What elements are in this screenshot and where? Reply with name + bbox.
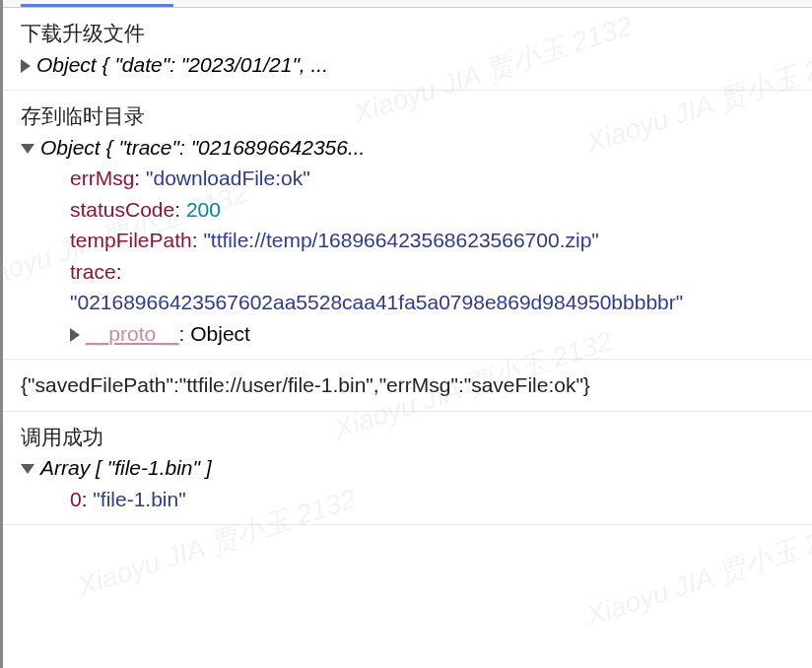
console-output: 下载升级文件 Object { "date": "2023/01/21", ..… [3,8,812,525]
property-row[interactable]: errMsg: "downloadFile:ok" [70,163,804,194]
log-message: 存到临时目录 [21,100,804,132]
colon: : [116,260,122,283]
log-message: {"savedFilePath":"ttfile://user/file-1.b… [21,369,804,401]
panel-top-border [3,0,812,8]
proto-key: __proto__ [86,322,179,345]
property-row[interactable]: tempFilePath: "ttfile://temp/16896642356… [70,225,804,256]
object-summary: Object { "trace": "0216896642356... [40,132,365,164]
colon: : [134,167,146,189]
console-group: 存到临时目录 Object { "trace": "0216896642356.… [3,91,812,360]
property-key: errMsg [70,167,134,189]
property-key: statusCode [70,198,174,221]
property-value: "downloadFile:ok" [146,167,310,189]
colon: : [192,229,204,251]
property-value-wrapped: "02168966423567602aa5528caa41fa5a0798e86… [70,287,804,318]
active-tab-indicator [21,0,173,7]
chevron-down-icon [21,144,34,154]
property-value: 200 [186,198,221,221]
array-value: "file-1.bin" [93,488,185,510]
object-properties: errMsg: "downloadFile:ok" statusCode: 20… [21,163,804,349]
array-index: 0 [70,488,82,510]
colon: : [174,198,186,221]
console-group: {"savedFilePath":"ttfile://user/file-1.b… [3,360,812,412]
log-message: 调用成功 [21,422,804,453]
property-key: trace [70,260,116,283]
array-item-row[interactable]: 0: "file-1.bin" [70,484,804,515]
property-key: tempFilePath [70,229,192,251]
chevron-right-icon [70,328,80,342]
console-group: 调用成功 Array [ "file-1.bin" ] 0: "file-1.b… [3,412,812,526]
log-message: 下载升级文件 [21,18,804,49]
proto-value: Object [190,322,250,345]
property-value: "ttfile://temp/168966423568623566700.zip… [203,229,598,251]
object-summary-row[interactable]: Object { "date": "2023/01/21", ... [21,49,804,81]
object-summary: Object { "date": "2023/01/21", ... [36,49,328,81]
array-summary: Array [ "file-1.bin" ] [40,452,212,484]
watermark: Xiaoyu JIA 贾小玉 2132 [581,508,812,637]
proto-row[interactable]: __proto__: Object [70,318,804,350]
chevron-right-icon [21,59,31,73]
colon: : [82,488,94,510]
property-row[interactable]: statusCode: 200 [70,194,804,226]
array-items: 0: "file-1.bin" [21,484,804,515]
console-group: 下载升级文件 Object { "date": "2023/01/21", ..… [3,8,812,91]
chevron-down-icon [21,464,34,474]
array-summary-row[interactable]: Array [ "file-1.bin" ] [21,452,804,484]
object-summary-row[interactable]: Object { "trace": "0216896642356... [21,132,804,164]
property-row[interactable]: trace: [70,256,804,288]
colon: : [179,322,191,345]
